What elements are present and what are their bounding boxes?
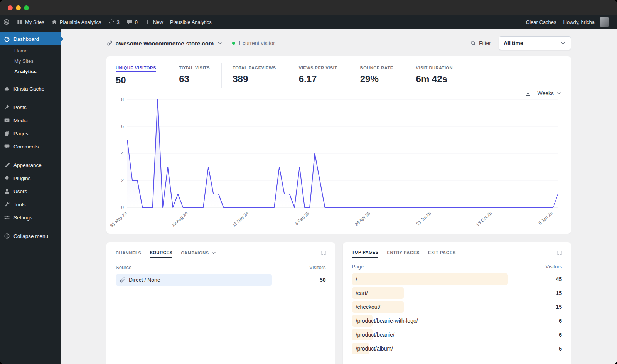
link-icon (106, 40, 113, 46)
sidebar-item-plugins[interactable]: Plugins (0, 172, 61, 185)
pages-icon (4, 130, 10, 136)
minimize-window-button[interactable] (16, 5, 21, 10)
sources-tabs: CHANNELSSOURCESCAMPAIGNS (116, 250, 326, 258)
interval-select[interactable]: Weeks (537, 90, 562, 96)
stat-value: 29% (360, 74, 393, 84)
table-row[interactable]: /product/beanie-with-logo/6 (352, 315, 562, 327)
wp-admin-bar: My Sites Plausible Analytics 3 0 New Pla… (0, 15, 617, 29)
wp-logo-menu[interactable] (0, 15, 13, 29)
visitors-chart[interactable]: 0246831 May 2419 Aug 2411 Nov 243 Feb 25… (116, 96, 562, 232)
sidebar-item-label: Settings (13, 215, 32, 221)
sidebar-item-home[interactable]: Home (0, 46, 61, 56)
dashboard-icon (4, 36, 10, 42)
stat-label: VIEWS PER VISIT (299, 66, 337, 70)
row-label-text: Direct / None (129, 277, 160, 283)
updates-menu[interactable]: 3 (105, 15, 123, 29)
expand-icon[interactable] (320, 250, 327, 256)
stat-unique-visitors[interactable]: UNIQUE VISITORS50 (116, 63, 168, 89)
sidebar-item-label: My Sites (14, 58, 34, 64)
row-label-text: /product/album/ (356, 345, 393, 352)
svg-text:13 Oct 25: 13 Oct 25 (475, 211, 492, 227)
sidebar-item-label: Comments (13, 144, 39, 150)
tab-exit-pages[interactable]: EXIT PAGES (428, 250, 456, 257)
chevron-down-icon[interactable] (217, 40, 223, 46)
chevron-down-icon (556, 90, 562, 96)
interval-value: Weeks (537, 90, 554, 96)
row-visitors: 6 (559, 332, 562, 338)
tab-campaigns[interactable]: CAMPAIGNS (181, 250, 216, 258)
date-range-select[interactable]: All time (499, 36, 571, 50)
table-row[interactable]: /checkout/15 (352, 301, 562, 313)
sidebar-item-appearance[interactable]: Appearance (0, 158, 61, 172)
stat-visit-duration[interactable]: VISIT DURATION6m 42s (405, 63, 465, 88)
sidebar-item-analytics[interactable]: Analytics (0, 66, 61, 77)
svg-text:8: 8 (121, 97, 124, 102)
sidebar-item-label: Plugins (13, 175, 30, 181)
sidebar-item-label: Posts (13, 104, 27, 110)
comments-menu[interactable]: 0 (123, 15, 141, 29)
sidebar-item-collapse-menu[interactable]: Collapse menu (0, 229, 61, 243)
expand-icon[interactable] (556, 250, 563, 256)
zoom-window-button[interactable] (24, 5, 29, 10)
sidebar-item-media[interactable]: Media (0, 114, 61, 127)
sidebar-item-tools[interactable]: Tools (0, 198, 61, 211)
svg-text:5 Jan 26: 5 Jan 26 (538, 211, 553, 226)
row-visitors: 45 (556, 276, 562, 282)
table-row[interactable]: /product/beanie/6 (352, 329, 562, 340)
my-sites-menu[interactable]: My Sites (13, 15, 48, 29)
sidebar-item-label: Users (13, 189, 27, 194)
online-dot (232, 42, 235, 45)
account-menu[interactable]: Howdy, hricha (560, 15, 612, 29)
table-row[interactable]: /45 (352, 273, 562, 285)
sidebar-item-settings[interactable]: Settings (0, 211, 61, 224)
stat-total-pageviews[interactable]: TOTAL PAGEVIEWS389 (221, 63, 288, 88)
page-column-header: Page (352, 264, 364, 270)
sidebar-item-my-sites[interactable]: My Sites (0, 56, 61, 66)
row-visitors: 6 (559, 318, 562, 324)
site-switcher[interactable]: awesome-woocommerce-store.com (116, 40, 214, 47)
row-label-text: /product/beanie-with-logo/ (356, 318, 418, 324)
sidebar-item-users[interactable]: Users (0, 185, 61, 198)
clear-caches-button[interactable]: Clear Caches (523, 15, 560, 29)
sidebar-item-label: Kinsta Cache (13, 86, 44, 92)
site-home-menu[interactable]: Plausible Analytics (48, 15, 105, 29)
sources-card: CHANNELSSOURCESCAMPAIGNS Source Visitors… (106, 242, 335, 364)
sidebar-item-posts[interactable]: Posts (0, 101, 61, 114)
sidebar-menu: DashboardHomeMy SitesAnalyticsKinsta Cac… (0, 32, 61, 243)
sidebar-item-kinsta-cache[interactable]: Kinsta Cache (0, 82, 61, 95)
visitors-column-header: Visitors (546, 264, 562, 270)
table-row[interactable]: Direct / None50 (116, 274, 326, 286)
stat-views-per-visit[interactable]: VIEWS PER VISIT6.17 (288, 63, 349, 88)
table-row[interactable]: /cart/15 (352, 287, 562, 299)
stat-bounce-rate[interactable]: BOUNCE RATE29% (349, 63, 405, 88)
stat-total-visits[interactable]: TOTAL VISITS63 (168, 63, 221, 88)
tab-channels[interactable]: CHANNELS (116, 251, 141, 258)
tab-entry-pages[interactable]: ENTRY PAGES (387, 250, 420, 257)
row-label-text: /checkout/ (356, 304, 381, 310)
close-window-button[interactable] (8, 5, 13, 10)
source-column-header: Source (116, 265, 131, 270)
users-icon (4, 188, 10, 194)
filter-button[interactable]: Filter (470, 40, 491, 46)
table-row[interactable]: /product/album/5 (352, 343, 562, 354)
app-window: My Sites Plausible Analytics 3 0 New Pla… (0, 0, 617, 364)
my-sites-label: My Sites (25, 19, 44, 25)
svg-text:4: 4 (121, 151, 124, 156)
stat-label: BOUNCE RATE (360, 66, 393, 70)
row-visitors: 15 (556, 290, 562, 296)
collapse-icon (4, 233, 10, 239)
updates-icon (108, 19, 115, 25)
tab-top-pages[interactable]: TOP PAGES (352, 250, 379, 258)
my-sites-icon (17, 19, 23, 25)
stat-value: 50 (116, 75, 156, 86)
sidebar-item-label: Tools (13, 202, 26, 207)
sidebar-item-dashboard[interactable]: Dashboard (0, 32, 61, 46)
main-content: awesome-woocommerce-store.com 1 current … (61, 29, 617, 364)
sidebar-item-pages[interactable]: Pages (0, 127, 61, 140)
sidebar-item-comments[interactable]: Comments (0, 140, 61, 153)
new-content-menu[interactable]: New (141, 15, 167, 29)
bottom-grid: CHANNELSSOURCESCAMPAIGNS Source Visitors… (106, 242, 571, 364)
download-icon[interactable] (525, 90, 531, 96)
tab-sources[interactable]: SOURCES (150, 250, 172, 258)
media-icon (4, 117, 10, 123)
